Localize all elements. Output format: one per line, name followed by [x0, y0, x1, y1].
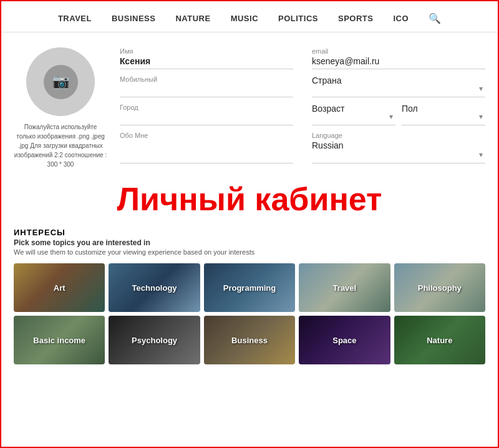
name-value: Ксения	[120, 56, 293, 66]
interests-subtitle: Pick some topics you are interested in	[14, 238, 485, 247]
camera-icon: 📷	[52, 74, 69, 90]
page-title: Личный кабинет	[1, 180, 498, 218]
avatar-col: 📷 Пожалуйста используйте только изображе…	[14, 47, 107, 169]
age-field: Возраст	[312, 104, 395, 125]
interests-section: ИНТЕРЕСЫ Pick some topics you are intere…	[1, 228, 498, 374]
topic-label-programming: Programming	[204, 263, 295, 312]
nav-ico[interactable]: ICO	[393, 14, 409, 23]
topic-card-psychology[interactable]: Psychology	[109, 316, 200, 364]
city-input[interactable]	[120, 112, 293, 122]
gender-select[interactable]: Пол	[402, 104, 485, 114]
search-icon[interactable]: 🔍	[429, 12, 441, 24]
topic-card-travel[interactable]: Travel	[299, 263, 390, 312]
topic-card-art[interactable]: Art	[14, 263, 105, 312]
topic-label-psychology: Psychology	[109, 316, 200, 364]
city-label: Город	[120, 104, 293, 111]
about-textarea[interactable]	[120, 140, 293, 160]
topics-grid: ArtTechnologyProgrammingTravelPhilosophy…	[14, 263, 485, 364]
email-field: email	[312, 47, 485, 69]
country-select[interactable]: Страна	[312, 75, 485, 85]
language-field: Language Russian	[312, 132, 485, 163]
topic-label-travel: Travel	[299, 263, 390, 312]
profile-form: Имя Ксения email Мобильный Страна Город …	[120, 47, 485, 169]
topic-card-space[interactable]: Space	[299, 316, 390, 364]
topic-card-programming[interactable]: Programming	[204, 263, 295, 312]
language-label: Language	[312, 132, 485, 139]
avatar-inner: 📷	[44, 65, 78, 99]
avatar[interactable]: 📷	[26, 47, 95, 116]
topic-card-philosophy[interactable]: Philosophy	[394, 263, 485, 312]
topic-label-basic-income: Basic income	[14, 316, 105, 364]
language-select[interactable]: Russian	[312, 140, 485, 150]
email-label: email	[312, 47, 485, 55]
avatar-hint: Пожалуйста используйте только изображени…	[14, 122, 107, 169]
main-nav: TRAVEL BUSINESS NATURE MUSIC POLITICS SP…	[1, 1, 498, 32]
age-select[interactable]: Возраст	[312, 104, 395, 114]
about-label: Обо Мне	[120, 132, 293, 139]
mobile-field: Мобильный	[120, 75, 293, 97]
nav-business[interactable]: BUSINESS	[112, 14, 155, 23]
nav-sports[interactable]: SPORTS	[338, 14, 373, 23]
about-field: Обо Мне	[120, 132, 293, 163]
nav-politics[interactable]: POLITICS	[278, 14, 318, 23]
interests-description: We will use them to customize your viewi…	[14, 248, 485, 256]
topic-card-nature[interactable]: Nature	[394, 316, 485, 364]
topic-label-art: Art	[14, 263, 105, 312]
mobile-input[interactable]	[120, 84, 293, 94]
country-field: Страна	[312, 75, 485, 97]
topic-card-basic-income[interactable]: Basic income	[14, 316, 105, 364]
mobile-label: Мобильный	[120, 75, 293, 83]
name-field: Имя Ксения	[120, 47, 293, 69]
gender-field: Пол	[402, 104, 485, 125]
nav-music[interactable]: MUSIC	[231, 14, 258, 23]
profile-section: 📷 Пожалуйста используйте только изображе…	[1, 32, 498, 175]
age-gender-row: Возраст Пол	[312, 104, 485, 125]
topic-label-technology: Technology	[109, 263, 200, 312]
nav-travel[interactable]: TRAVEL	[58, 14, 92, 23]
name-label: Имя	[120, 47, 293, 55]
topic-label-nature: Nature	[394, 316, 485, 364]
nav-nature[interactable]: NATURE	[175, 14, 210, 23]
interests-title: ИНТЕРЕСЫ	[14, 228, 485, 237]
topic-card-technology[interactable]: Technology	[109, 263, 200, 312]
topic-label-business: Business	[204, 316, 295, 364]
city-field: Город	[120, 104, 293, 125]
email-input[interactable]	[312, 56, 485, 66]
topic-label-space: Space	[299, 316, 390, 364]
topic-label-philosophy: Philosophy	[394, 263, 485, 312]
topic-card-business[interactable]: Business	[204, 316, 295, 364]
